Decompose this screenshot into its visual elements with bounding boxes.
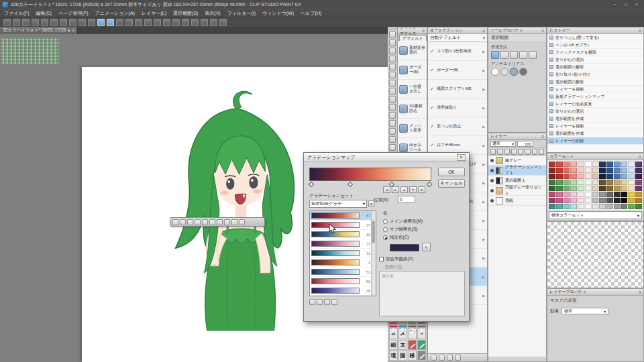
- select-menu-icon[interactable]: [180, 219, 186, 225]
- maximize-button[interactable]: □: [621, 1, 631, 8]
- effect-dropdown[interactable]: 標準▾: [561, 308, 608, 314]
- radio-icon[interactable]: [383, 227, 388, 232]
- copy-icon[interactable]: [78, 19, 86, 26]
- color-swatch[interactable]: [606, 168, 613, 173]
- history-row[interactable]: 塗りつぶし(囲って塗る): [547, 34, 643, 42]
- auto-action-item[interactable]: ✓黒つぶれ防止▶: [428, 117, 487, 136]
- eye-icon[interactable]: [490, 199, 494, 202]
- subtool-cell[interactable]: 細: [389, 340, 398, 350]
- menu-item[interactable]: ページ管理(P): [58, 10, 89, 17]
- color-swatch[interactable]: [635, 198, 642, 203]
- position-field[interactable]: 0: [398, 196, 415, 203]
- history-row[interactable]: 選択範囲を作成: [547, 130, 643, 137]
- color-swatch[interactable]: [614, 162, 621, 167]
- subtool-cell[interactable]: 境: [389, 351, 398, 361]
- menu-item[interactable]: 表示(V): [205, 10, 220, 17]
- cut-icon[interactable]: [69, 19, 76, 26]
- color-swatch[interactable]: [614, 168, 621, 173]
- gradient-preset-row[interactable]: 87: [310, 211, 376, 221]
- color-swatch[interactable]: [556, 198, 563, 203]
- gradient-preset-row[interactable]: 51: [310, 267, 376, 277]
- color-swatch[interactable]: [578, 192, 584, 197]
- color-swatch[interactable]: [585, 192, 592, 197]
- eye-icon[interactable]: [490, 179, 494, 182]
- color-swatch[interactable]: [614, 186, 621, 191]
- color-swatch[interactable]: [621, 180, 628, 185]
- color-swatch[interactable]: [564, 186, 570, 191]
- undo-icon[interactable]: [50, 19, 58, 26]
- play-icon[interactable]: ▶: [482, 275, 485, 279]
- selection-launcher[interactable]: [170, 217, 265, 227]
- preset-scrollbar[interactable]: [371, 211, 376, 296]
- expand-selection-icon[interactable]: [202, 219, 208, 225]
- color-swatch[interactable]: [578, 168, 584, 173]
- zoom-in-icon[interactable]: [116, 19, 123, 26]
- color-swatch[interactable]: [599, 174, 606, 179]
- subtool-cell[interactable]: 太: [398, 340, 407, 350]
- color-swatch[interactable]: [564, 168, 570, 173]
- menu-item[interactable]: ウィンドウ(W): [262, 10, 294, 17]
- menu-item[interactable]: 編集(E): [36, 10, 52, 17]
- new-selection-icon[interactable]: [491, 51, 499, 59]
- color-swatch[interactable]: [621, 162, 628, 167]
- color-swatch[interactable]: [578, 162, 584, 167]
- color-swatch[interactable]: [592, 198, 599, 203]
- color-swatch[interactable]: [585, 180, 592, 185]
- duplicate-layer-icon[interactable]: [504, 149, 510, 155]
- color-swatch[interactable]: [628, 204, 635, 209]
- subtool-brush-icon[interactable]: [398, 322, 407, 324]
- color-swatch[interactable]: [578, 174, 584, 179]
- mix-curve-checkbox-row[interactable]: 混合率曲線(X): [379, 256, 413, 262]
- gradient-tool-icon[interactable]: [389, 144, 396, 151]
- color-swatch[interactable]: [628, 192, 635, 197]
- add-selection-icon[interactable]: [500, 51, 508, 59]
- color-swatch[interactable]: [578, 198, 584, 203]
- subtool-cell[interactable]: 移: [408, 351, 417, 361]
- duplicate-gradient-icon[interactable]: [317, 299, 323, 305]
- minimize-button[interactable]: －: [610, 1, 620, 8]
- panel-menu-icon[interactable]: ≡: [422, 29, 425, 33]
- quick-access-item[interactable]: ボーダー(B): [398, 60, 427, 80]
- quick-access-item[interactable]: メッシュ変形: [398, 119, 427, 138]
- color-swatch[interactable]: [570, 204, 577, 209]
- play-icon[interactable]: ▶: [482, 106, 485, 110]
- color-swatch[interactable]: [556, 174, 563, 179]
- gradient-set-settings-icon[interactable]: ≡: [368, 200, 374, 206]
- color-swatch[interactable]: [592, 162, 599, 167]
- play-icon[interactable]: ▶: [482, 162, 485, 166]
- airbrush-tool-icon[interactable]: [389, 104, 396, 111]
- action-settings-icon[interactable]: [455, 355, 461, 361]
- deselect-icon[interactable]: [97, 19, 105, 26]
- gradient-preset-row[interactable]: 37: [310, 221, 376, 230]
- quick-access-item[interactable]: 一括書き出し: [398, 80, 427, 99]
- gradient-preset-row[interactable]: 23: [310, 239, 376, 249]
- color-swatch[interactable]: [564, 192, 570, 197]
- play-action-icon[interactable]: [439, 355, 445, 361]
- color-swatch[interactable]: [621, 198, 628, 203]
- color-swatch[interactable]: [564, 204, 570, 209]
- color-source-option[interactable]: メイン描画色(M): [383, 219, 423, 225]
- color-swatch[interactable]: [628, 186, 635, 191]
- eye-icon[interactable]: [490, 189, 494, 192]
- menu-item[interactable]: ファイル(F): [4, 10, 30, 17]
- record-action-icon[interactable]: [447, 355, 453, 361]
- color-swatch[interactable]: [592, 186, 599, 191]
- history-row[interactable]: 新規グラデーションマップ: [547, 93, 643, 101]
- new-tone-icon[interactable]: [224, 219, 230, 225]
- merge-down-icon[interactable]: [511, 149, 517, 155]
- color-swatch[interactable]: [614, 198, 621, 203]
- color-swatch[interactable]: [570, 180, 577, 185]
- new-layer-icon[interactable]: [490, 149, 496, 155]
- color-swatch[interactable]: [614, 192, 621, 197]
- specified-color-swatch[interactable]: [390, 244, 419, 251]
- play-icon[interactable]: ▶: [482, 125, 485, 129]
- menu-item[interactable]: アニメーション(A): [95, 10, 135, 17]
- ruler-icon[interactable]: [191, 19, 199, 26]
- eye-icon[interactable]: [490, 169, 494, 172]
- move-tool-icon[interactable]: [389, 40, 396, 46]
- color-swatch[interactable]: [556, 204, 563, 209]
- auto-action-item[interactable]: ✓構図スクリプトME▶: [428, 80, 487, 99]
- history-row[interactable]: 選択範囲の解除: [547, 64, 643, 71]
- scale-rotate-icon[interactable]: [231, 219, 237, 225]
- menu-item[interactable]: レイヤー(L): [142, 10, 166, 17]
